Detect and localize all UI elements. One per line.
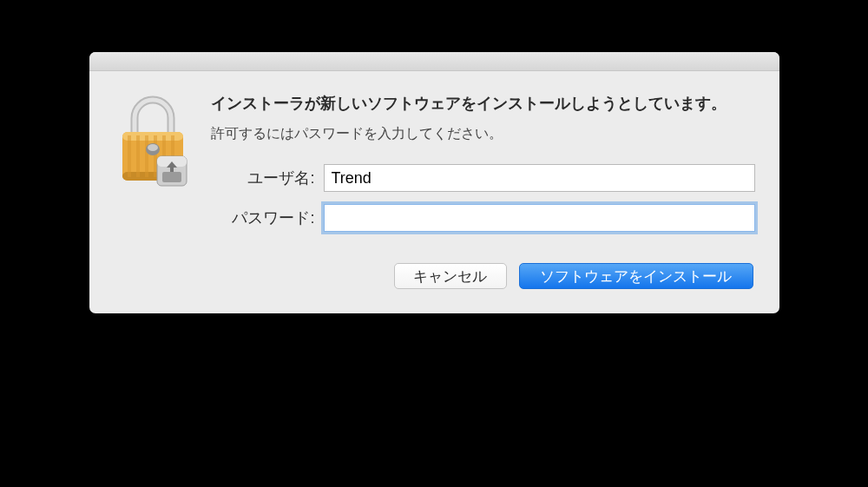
svg-rect-5	[145, 135, 148, 177]
username-label: ユーザ名:	[211, 168, 324, 188]
main-column: インストーラが新しいソフトウェアをインストールしようとしています。 許可するには…	[211, 92, 755, 289]
svg-rect-4	[136, 135, 140, 177]
button-row: キャンセル ソフトウェアをインストール	[211, 263, 755, 289]
password-label: パスワード:	[211, 207, 324, 228]
cancel-button[interactable]: キャンセル	[394, 263, 507, 289]
svg-rect-6	[154, 135, 157, 177]
svg-rect-13	[162, 172, 181, 182]
svg-rect-3	[128, 135, 131, 177]
username-input[interactable]	[324, 164, 755, 192]
lock-icon	[114, 94, 192, 191]
password-row: パスワード:	[211, 204, 755, 232]
dialog-titlebar	[89, 52, 779, 71]
password-input[interactable]	[324, 204, 755, 232]
svg-rect-15	[170, 167, 174, 172]
svg-point-10	[148, 144, 158, 151]
dialog-heading: インストーラが新しいソフトウェアをインストールしようとしています。	[211, 92, 755, 115]
install-button[interactable]: ソフトウェアをインストール	[519, 263, 753, 289]
dialog-subheading: 許可するにはパスワードを入力してください。	[211, 125, 755, 143]
auth-dialog: インストーラが新しいソフトウェアをインストールしようとしています。 許可するには…	[89, 52, 779, 313]
username-row: ユーザ名:	[211, 164, 755, 192]
dialog-content: インストーラが新しいソフトウェアをインストールしようとしています。 許可するには…	[89, 71, 779, 313]
icon-column	[114, 92, 192, 289]
